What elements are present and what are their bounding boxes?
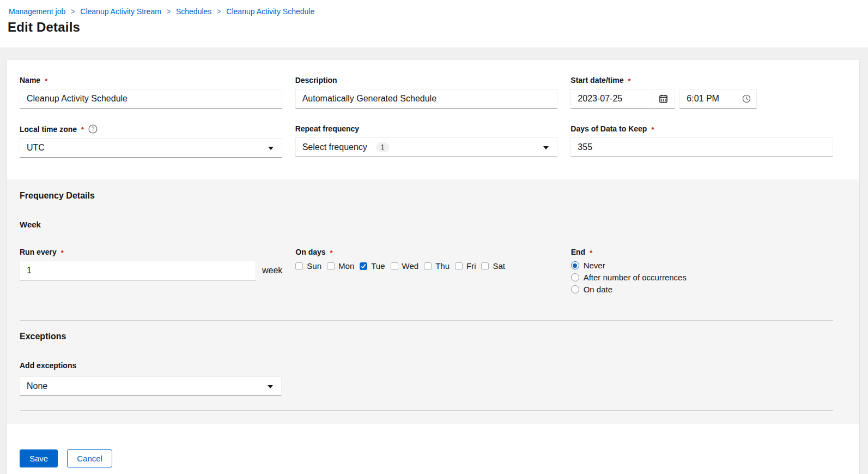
exceptions-select[interactable]: None [20, 376, 282, 396]
breadcrumb: Management job>Cleanup Activity Stream>S… [9, 7, 859, 16]
name-field: Name * [20, 76, 282, 109]
name-input[interactable] [20, 89, 282, 109]
day-label: Mon [338, 261, 354, 271]
required-asterisk: * [61, 249, 64, 257]
day-label: Tue [371, 261, 385, 271]
run-every-unit: week [262, 266, 282, 275]
day-checkbox-fri[interactable]: Fri [455, 261, 476, 271]
day-label: Sun [307, 261, 321, 271]
chevron-down-icon [268, 147, 274, 150]
start-date-input[interactable] [570, 89, 652, 109]
page-header: Management job>Cleanup Activity Stream>S… [0, 0, 868, 47]
day-checkbox-thu[interactable]: Thu [424, 261, 450, 271]
day-label: Wed [402, 261, 419, 271]
end-field: End * NeverAfter number of occurrencesOn… [571, 248, 833, 294]
breadcrumb-separator: > [167, 7, 171, 16]
required-asterisk: * [651, 125, 654, 134]
name-label: Name [20, 76, 40, 85]
save-button[interactable]: Save [20, 449, 58, 467]
frequency-value: Select frequency [302, 142, 367, 152]
required-asterisk: * [628, 77, 631, 85]
chevron-down-icon [543, 146, 549, 149]
breadcrumb-link-management-job[interactable]: Management job [9, 7, 65, 16]
start-datetime-field: Start date/time * [570, 76, 833, 109]
days-to-keep-field: Days of Data to Keep * [570, 124, 833, 158]
schedule-edit-page: Management job>Cleanup Activity Stream>S… [0, 0, 868, 474]
radio-selected-icon [571, 261, 579, 269]
breadcrumb-link-cleanup-activity-schedule[interactable]: Cleanup Activity Schedule [226, 7, 314, 16]
breadcrumb-link-cleanup-activity-stream[interactable]: Cleanup Activity Stream [80, 7, 161, 16]
timezone-value: UTC [27, 143, 45, 153]
end-radio-never[interactable]: Never [571, 261, 833, 270]
frequency-select[interactable]: Select frequency 1 [295, 137, 558, 157]
required-asterisk: * [81, 125, 84, 134]
checkbox-icon [327, 262, 335, 270]
repeat-frequency-label: Repeat frequency [295, 124, 359, 133]
clock-icon [742, 94, 751, 103]
calendar-icon [659, 94, 667, 103]
form-actions: Save Cancel [7, 424, 859, 474]
on-days-checkboxes: SunMonTueWedThuFriSat [295, 261, 557, 271]
help-icon[interactable]: ? [88, 124, 98, 134]
frequency-count-badge: 1 [376, 142, 390, 152]
day-label: Fri [466, 261, 476, 271]
day-label: Sat [493, 261, 505, 271]
on-days-field: On days * SunMonTueWedThuFriSat [295, 248, 557, 294]
description-label: Description [295, 76, 337, 85]
checkbox-checked-icon [360, 262, 367, 270]
run-every-label: Run every [20, 248, 57, 256]
details-form: Name * Description Start date/time [7, 60, 859, 179]
description-input[interactable] [295, 89, 558, 109]
checkbox-icon [481, 262, 489, 270]
end-option-label: On date [584, 285, 612, 294]
day-label: Thu [435, 261, 450, 271]
repeat-frequency-field: Repeat frequency Select frequency 1 [295, 124, 558, 158]
section-divider [20, 410, 833, 411]
calendar-button[interactable] [652, 89, 675, 109]
day-checkbox-mon[interactable]: Mon [327, 261, 354, 271]
frequency-details-section: Frequency Details Week Run every * week [7, 179, 859, 424]
page-body: Name * Description Start date/time [0, 47, 868, 474]
required-asterisk: * [45, 77, 47, 85]
start-datetime-label: Start date/time [570, 76, 623, 85]
run-every-field: Run every * week [20, 248, 282, 294]
description-field: Description [295, 76, 558, 109]
checkbox-icon [391, 262, 398, 270]
day-checkbox-sun[interactable]: Sun [295, 261, 321, 271]
chevron-down-icon [268, 385, 273, 388]
run-every-input[interactable] [20, 261, 256, 280]
timezone-field: Local time zone * ? UTC [20, 124, 282, 158]
required-asterisk: * [590, 249, 592, 257]
checkbox-icon [455, 262, 463, 270]
end-radio-after-number-of-occurrences[interactable]: After number of occurrences [571, 273, 833, 282]
week-subtitle: Week [20, 220, 833, 229]
end-label: End [571, 248, 585, 256]
checkbox-icon [424, 262, 432, 270]
end-radio-group: NeverAfter number of occurrencesOn date [571, 261, 833, 294]
breadcrumb-separator: > [217, 7, 221, 16]
breadcrumb-separator: > [71, 7, 75, 16]
section-divider [20, 320, 833, 321]
timezone-select[interactable]: UTC [20, 138, 282, 158]
on-days-label: On days [295, 248, 325, 256]
edit-details-card: Name * Description Start date/time [7, 60, 859, 474]
timezone-label: Local time zone [20, 125, 77, 134]
page-title: Edit Details [8, 20, 859, 35]
days-to-keep-input[interactable] [570, 137, 833, 157]
day-checkbox-tue[interactable]: Tue [360, 261, 385, 271]
days-to-keep-label: Days of Data to Keep [570, 124, 647, 133]
day-checkbox-sat[interactable]: Sat [481, 261, 505, 271]
exceptions-title: Exceptions [20, 332, 833, 341]
end-option-label: Never [584, 261, 605, 270]
radio-icon [571, 273, 579, 281]
breadcrumb-link-schedules[interactable]: Schedules [176, 7, 211, 16]
cancel-button[interactable]: Cancel [67, 449, 112, 467]
add-exceptions-label: Add exceptions [20, 361, 833, 370]
exceptions-value: None [27, 381, 47, 391]
day-checkbox-wed[interactable]: Wed [391, 261, 419, 271]
end-radio-on-date[interactable]: On date [571, 285, 833, 294]
checkbox-icon [295, 262, 303, 270]
svg-text:?: ? [92, 126, 95, 132]
end-option-label: After number of occurrences [584, 273, 687, 282]
required-asterisk: * [330, 249, 333, 257]
